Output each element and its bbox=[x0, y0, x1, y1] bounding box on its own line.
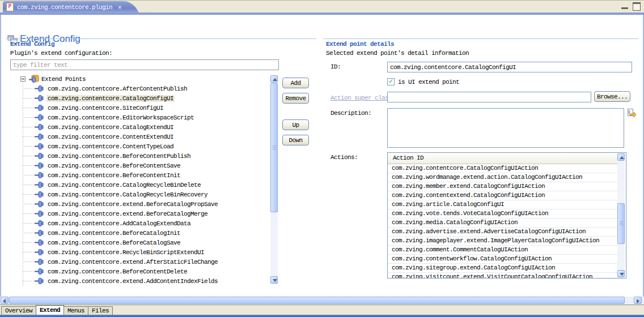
down-button[interactable]: Down bbox=[282, 135, 309, 145]
page-tab-files[interactable]: Files bbox=[88, 306, 113, 315]
extension-point-icon bbox=[35, 268, 44, 277]
tree-item[interactable]: com.zving.contentcore.BeforeCatalogInit bbox=[10, 228, 270, 238]
browse-button[interactable]: Browse... bbox=[594, 91, 630, 102]
editor-tab[interactable]: P com.zving.contentcore.plugin ✕ bbox=[3, 1, 123, 13]
tree-guide-stub bbox=[23, 136, 35, 137]
tree-guide-stub bbox=[23, 233, 35, 233]
description-label: Description: bbox=[331, 110, 371, 117]
tree-item[interactable]: com.zving.contentcore.BeforeContentDelet… bbox=[10, 267, 270, 276]
maximize-icon[interactable] bbox=[633, 2, 641, 11]
actions-table-row[interactable]: com.zving.media.CatalogConfigUIAction bbox=[388, 219, 618, 228]
tree-item[interactable]: com.zving.contentcore.CatalogRecycleBinR… bbox=[10, 190, 270, 199]
tree-item[interactable]: com.zving.contentcore.BeforeContentInit bbox=[10, 170, 270, 180]
tree-item[interactable]: com.zving.contentcore.BeforeCatalogSave bbox=[10, 238, 270, 247]
tree-guide-stub bbox=[23, 108, 35, 108]
scroll-up-icon[interactable] bbox=[617, 153, 625, 161]
page-tab-extend[interactable]: Extend bbox=[36, 305, 64, 315]
tree-item[interactable]: com.zving.contentcore.extend.AfterStatic… bbox=[10, 257, 270, 267]
close-icon[interactable]: ✕ bbox=[118, 3, 121, 11]
filter-input[interactable] bbox=[10, 59, 279, 70]
action-super-class-link[interactable]: Action super class: bbox=[331, 95, 395, 101]
actions-label: Actions: bbox=[331, 154, 358, 161]
tree-item[interactable]: com.zving.contentcore.BeforeContentSave bbox=[10, 161, 270, 170]
tree-item-label: com.zving.contentcore.BeforeContentInit bbox=[46, 172, 181, 179]
tree-guide-stub bbox=[23, 98, 35, 98]
plugin-file-icon: P bbox=[6, 3, 14, 11]
editor-tab-title: com.zving.contentcore.plugin bbox=[17, 4, 112, 11]
tree-item[interactable]: com.zving.contentcore.BeforeContentPubli… bbox=[10, 151, 270, 161]
collapse-icon[interactable] bbox=[20, 76, 26, 82]
remove-button[interactable]: Remove bbox=[282, 93, 309, 104]
extension-point-icon bbox=[35, 239, 44, 248]
extension-point-icon bbox=[35, 181, 44, 190]
page-tab-overview[interactable]: Overview bbox=[1, 306, 36, 315]
extension-point-icon bbox=[35, 249, 44, 258]
tree-item[interactable]: com.zving.contentcore.extend.BeforeCatal… bbox=[10, 209, 270, 219]
content-assist-icon[interactable] bbox=[627, 109, 637, 121]
tree-item-label: com.zving.contentcore.AfterContentPublis… bbox=[46, 85, 188, 92]
tree-item-label: com.zving.contentcore.CatalogRecycleBinD… bbox=[46, 182, 202, 189]
up-button[interactable]: Up bbox=[282, 119, 309, 130]
scroll-up-icon[interactable] bbox=[270, 75, 278, 83]
tree-root[interactable]: Extend Points bbox=[10, 74, 270, 84]
tree-item-label: com.zving.contentcore.BeforeContentSave bbox=[46, 162, 181, 169]
table-scrollbar-thumb[interactable] bbox=[617, 203, 625, 244]
tree-item-label: com.zving.contentcore.CatalogConfigUI bbox=[46, 95, 175, 102]
actions-table-row[interactable]: com.zving.imageplayer.extend.ImagePlayer… bbox=[388, 237, 618, 246]
tree-item-label: com.zving.contentcore.extend.BeforeCatal… bbox=[46, 211, 209, 217]
actions-table-row[interactable]: com.zving.wordmanage.extend.action.Catal… bbox=[388, 173, 618, 182]
scroll-down-icon[interactable] bbox=[270, 276, 278, 284]
tree-item[interactable]: com.zving.contentcore.CatalogConfigUI bbox=[10, 93, 270, 103]
extension-point-icon bbox=[35, 200, 44, 209]
window-left-border bbox=[0, 15, 1, 315]
actions-table-row[interactable]: com.zving.contentworkflow.CatalogConfigU… bbox=[388, 255, 618, 264]
scroll-left-icon[interactable] bbox=[1, 297, 9, 304]
tree-item-label: com.zving.contentcore.extend.BeforeCatal… bbox=[46, 201, 219, 208]
add-button[interactable]: Add bbox=[282, 78, 309, 88]
details-section-title: Extend point details bbox=[326, 41, 394, 48]
tree-item[interactable]: com.zving.contentcore.CatalogExtendUI bbox=[10, 122, 270, 132]
tree-item[interactable]: com.zving.contentcore.EditorWorkspaceScr… bbox=[10, 113, 270, 122]
actions-table-row[interactable]: com.zving.vote.tends.VoteCatalogConfigUI… bbox=[388, 209, 618, 219]
actions-table-row[interactable]: com.zving.visitcount.extend.VisitCountCa… bbox=[388, 273, 618, 278]
tree-item[interactable]: com.zving.contentcore.CatalogRecycleBinD… bbox=[10, 180, 270, 190]
is-ui-checkbox[interactable]: ✓ bbox=[387, 78, 395, 85]
tree-item[interactable]: com.zving.contentcore.RecycleBinScriptEx… bbox=[10, 247, 270, 257]
right-section-rule bbox=[323, 38, 638, 39]
page-scrollbar-thumb[interactable] bbox=[9, 297, 625, 304]
tree-item[interactable]: com.zving.contentcore.extend.AddContentI… bbox=[10, 276, 270, 286]
actions-table-row[interactable]: com.zving.member.extend.CatalogConfigUIA… bbox=[388, 182, 618, 191]
tree-item[interactable]: com.zving.contentcore.AddCatalogExtendDa… bbox=[10, 219, 270, 228]
form-header: Extend Config bbox=[1, 15, 643, 36]
tree-root-label: Extend Points bbox=[41, 76, 86, 83]
actions-table-row[interactable]: com.zving.comment.CommentCatalogUIAction bbox=[388, 246, 618, 255]
tree-guide-stub bbox=[23, 252, 35, 252]
scroll-right-icon[interactable] bbox=[634, 297, 642, 304]
tree-item[interactable]: com.zving.contentcore.SiteConfigUI bbox=[10, 103, 270, 113]
page-tab-menus[interactable]: Menus bbox=[63, 306, 88, 315]
actions-table-row[interactable]: com.zving.article.CatalogConfigUI bbox=[388, 200, 618, 209]
tree-guide-stub bbox=[23, 223, 35, 224]
tree-item[interactable]: com.zving.contentcore.ContentTypeLoad bbox=[10, 142, 270, 151]
tree-scrollbar-thumb[interactable] bbox=[270, 83, 278, 212]
tree-item[interactable]: com.zving.contentcore.ContentExtendUI bbox=[10, 132, 270, 142]
description-textarea[interactable] bbox=[387, 108, 624, 148]
id-field[interactable] bbox=[387, 62, 632, 72]
actions-table-row[interactable]: com.zving.contentcore.CatalogConfigUIAct… bbox=[388, 164, 618, 173]
extension-point-icon bbox=[35, 277, 44, 286]
actions-table-row[interactable]: com.zving.sitegroup.extend.CatalogConfig… bbox=[388, 264, 618, 273]
extension-point-icon bbox=[35, 191, 44, 200]
tree-guide-stub bbox=[23, 281, 35, 281]
actions-table-header[interactable]: Action ID bbox=[388, 153, 618, 164]
minimize-icon[interactable] bbox=[621, 2, 628, 9]
tree-guide-stub bbox=[23, 156, 35, 156]
tree-item[interactable]: com.zving.contentcore.extend.BeforeCatal… bbox=[10, 199, 270, 209]
tree-guide-stub bbox=[23, 88, 35, 89]
tree-guide-stub bbox=[23, 271, 35, 272]
tree-item[interactable]: com.zving.contentcore.AfterContentPublis… bbox=[10, 84, 270, 93]
scroll-down-icon[interactable] bbox=[617, 270, 625, 277]
extension-point-icon bbox=[35, 133, 44, 142]
actions-table-row[interactable]: com.zving.advertise.extend.AdvertiseCata… bbox=[388, 228, 618, 237]
actions-table-row[interactable]: com.zving.contentextend.CatalogConfigUIA… bbox=[388, 191, 618, 200]
action-super-class-field[interactable] bbox=[387, 92, 591, 102]
